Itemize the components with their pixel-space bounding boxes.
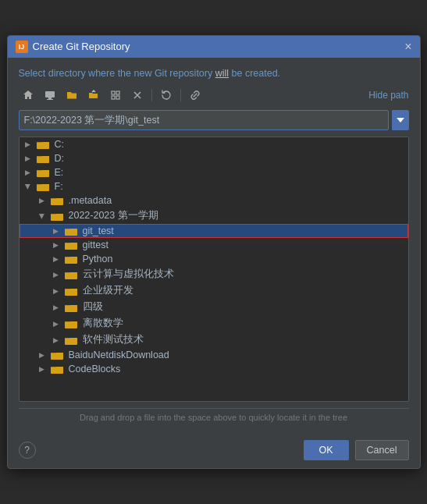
tree-item[interactable]: ▶ git_test [20, 224, 408, 238]
desktop-btn[interactable] [41, 87, 59, 104]
path-input[interactable] [19, 110, 389, 130]
expand-arrow-icon[interactable]: ▶ [51, 335, 62, 346]
dialog-title: Create Git Repository [33, 41, 130, 52]
refresh-btn[interactable] [157, 87, 176, 104]
tree-item-label: 企业级开发 [83, 284, 133, 297]
svg-rect-4 [116, 91, 119, 94]
tree-item-label: 云计算与虚拟化技术 [83, 268, 174, 281]
tree-item-label: Python [83, 254, 113, 264]
folder-up-btn[interactable] [84, 87, 103, 104]
expand-arrow-icon[interactable]: ▶ [23, 139, 34, 150]
expand-arrow-icon[interactable]: ▶ [37, 350, 48, 360]
expand-arrow-icon[interactable]: ▶ [23, 181, 34, 192]
new-folder-btn[interactable] [62, 87, 81, 104]
tree-item-label: gittest [83, 240, 109, 250]
svg-rect-32 [65, 321, 70, 322]
create-git-repository-dialog: IJ Create Git Repository × Select direct… [7, 35, 421, 470]
svg-rect-38 [51, 367, 56, 367]
hide-path-button[interactable]: Hide path [368, 90, 408, 101]
tree-item-label: 离散数学 [83, 317, 123, 330]
close-button[interactable]: × [404, 41, 411, 53]
svg-rect-22 [65, 243, 70, 243]
tree-item[interactable]: ▶ 软件测试技术 [20, 332, 408, 348]
desc-highlight: will [215, 68, 229, 79]
tree-item[interactable]: ▶ F: [20, 179, 408, 193]
folder-icon [51, 364, 63, 374]
tree-item[interactable]: ▶ gittest [20, 238, 408, 252]
expand-arrow-icon[interactable]: ▶ [37, 195, 48, 206]
tree-item[interactable]: ▶ 企业级开发 [20, 282, 408, 299]
tree-item[interactable]: ▶ BaiduNetdiskDownload [20, 348, 408, 362]
svg-rect-12 [37, 170, 42, 171]
toolbar: Hide path [19, 87, 409, 104]
app-icon-label: IJ [19, 43, 25, 51]
home-btn[interactable] [19, 87, 37, 104]
folder-icon [51, 350, 63, 360]
help-button[interactable]: ? [19, 442, 36, 459]
folder-icon [65, 319, 77, 328]
expand-arrow-icon[interactable]: ▶ [51, 269, 62, 280]
expand-arrow-icon[interactable]: ▶ [51, 318, 62, 329]
delete-btn[interactable] [128, 87, 147, 104]
title-bar: IJ Create Git Repository × [8, 36, 420, 58]
footer-buttons: OK Cancel [304, 440, 409, 460]
tree-item[interactable]: ▶ 云计算与虚拟化技术 [20, 266, 408, 282]
expand-arrow-icon[interactable]: ▶ [37, 364, 48, 374]
toolbar-separator2 [180, 89, 181, 101]
expand-arrow-icon[interactable]: ▶ [51, 240, 62, 250]
expand-arrow-icon[interactable]: ▶ [37, 211, 48, 222]
svg-rect-30 [65, 305, 70, 306]
svg-rect-2 [47, 99, 53, 100]
tree-item[interactable]: ▶ .metadata [20, 193, 408, 208]
footer: ? OK Cancel [8, 434, 420, 468]
tree-item[interactable]: ▶ Python [20, 252, 408, 266]
folder-icon [65, 270, 77, 279]
dialog-body: Select directory where the new Git repos… [8, 58, 420, 435]
tree-item[interactable]: ▶ D: [20, 151, 408, 165]
tree-item[interactable]: ▶ 2022-2023 第一学期 [20, 208, 408, 224]
svg-rect-20 [65, 229, 70, 229]
expand-arrow-icon[interactable]: ▶ [51, 225, 62, 236]
expand-arrow-icon[interactable]: ▶ [51, 302, 62, 313]
folder-icon [37, 168, 49, 177]
svg-rect-24 [65, 257, 70, 257]
desc-text2: be created. [229, 68, 280, 79]
svg-rect-10 [37, 156, 42, 157]
folder-icon [51, 211, 63, 221]
file-tree[interactable]: ▶ C:▶ D:▶ E:▶ F:▶ .metadata▶ 2022-2023 第… [19, 137, 409, 402]
expand-arrow-icon[interactable]: ▶ [23, 153, 34, 164]
tree-item[interactable]: ▶ 四级 [20, 299, 408, 315]
tree-item-label: D: [55, 153, 65, 164]
tree-item-label: .metadata [69, 195, 112, 206]
toolbar-separator [151, 89, 152, 101]
folder-icon [65, 335, 77, 345]
cancel-button[interactable]: Cancel [355, 440, 409, 460]
tree-item-label: F: [55, 181, 63, 192]
folder-icon [65, 303, 77, 312]
folder-icon [65, 286, 77, 296]
tree-item[interactable]: ▶ C: [20, 137, 408, 151]
expand-arrow-icon[interactable]: ▶ [51, 286, 62, 296]
tree-item[interactable]: ▶ E: [20, 165, 408, 179]
svg-rect-26 [65, 272, 70, 273]
tree-item-label: 软件测试技术 [83, 333, 144, 346]
svg-rect-18 [51, 214, 56, 215]
svg-rect-36 [51, 353, 56, 353]
link-btn[interactable] [186, 87, 205, 104]
folder-icon [65, 226, 77, 236]
svg-rect-8 [37, 142, 42, 143]
tree-item[interactable]: ▶ 离散数学 [20, 315, 408, 332]
tree-item-label: 2022-2023 第一学期 [69, 209, 158, 222]
tree-item[interactable]: ▶ CodeBlocks [20, 362, 408, 376]
svg-rect-6 [116, 96, 119, 99]
ok-button[interactable]: OK [304, 440, 349, 460]
expand-btn[interactable] [106, 87, 125, 104]
app-icon: IJ [16, 41, 28, 53]
drag-hint: Drag and drop a file into the space abov… [19, 408, 409, 426]
path-dropdown-button[interactable] [392, 110, 409, 130]
expand-arrow-icon[interactable]: ▶ [23, 167, 34, 178]
tree-item-label: git_test [83, 225, 114, 236]
expand-arrow-icon[interactable]: ▶ [51, 254, 62, 264]
title-bar-left: IJ Create Git Repository [16, 41, 130, 53]
folder-icon [65, 240, 77, 250]
